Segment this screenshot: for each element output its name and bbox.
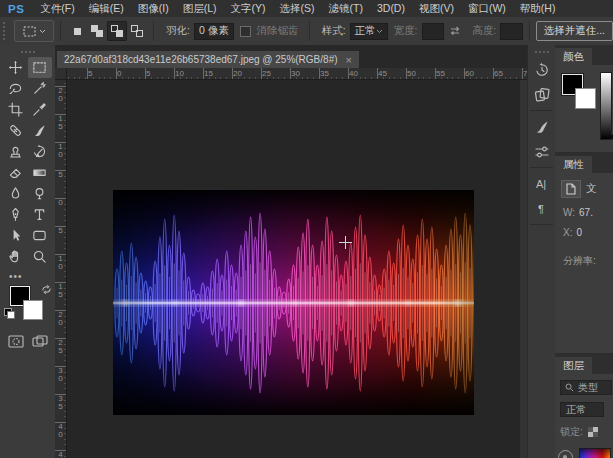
menu-item[interactable]: 帮助(H) — [513, 2, 563, 16]
h-ruler-labels: 50510152025303540455055606570 — [67, 68, 527, 79]
ruler-label: 25 — [57, 339, 65, 367]
ruler-label: 30 — [291, 68, 320, 79]
tool-pen[interactable] — [4, 204, 28, 225]
feather-input[interactable]: 0 像素 — [194, 23, 234, 40]
character-panel-icon[interactable]: A| — [528, 171, 555, 196]
tool-magic-wand[interactable] — [28, 78, 52, 99]
tool-blur[interactable] — [4, 183, 28, 204]
height-input[interactable] — [500, 23, 523, 40]
chevron-down-icon — [39, 29, 46, 34]
vertical-ruler[interactable]: 2015105051015202530354045 — [55, 80, 67, 458]
tool-spot-healing[interactable] — [4, 120, 28, 141]
tool-eyedropper[interactable] — [28, 99, 52, 120]
selection-mode-new-button[interactable] — [67, 21, 87, 41]
select-and-mask-button[interactable]: 选择并遮住... — [536, 21, 613, 41]
brightness-ramp[interactable] — [600, 72, 612, 140]
properties-panel: 文 W: 67. X: 0 分辨率: — [555, 173, 613, 353]
edit-toolbar-button[interactable]: ••• — [9, 271, 55, 282]
blend-mode-dropdown[interactable]: 正常 — [560, 402, 604, 417]
tool-preset-dropdown[interactable] — [14, 20, 54, 42]
layer-row[interactable] — [558, 448, 613, 458]
ruler-label: 20 — [57, 311, 65, 339]
swap-colors-button[interactable] — [41, 284, 52, 295]
layers-panel-tabs: 图层 — [555, 354, 613, 374]
tool-type[interactable] — [28, 204, 52, 225]
screen-mode-button[interactable] — [31, 334, 49, 348]
v-ruler-labels: 2015105051015202530354045 — [55, 80, 66, 458]
layer-filter-label: 类型 — [578, 381, 598, 395]
tool-brush[interactable] — [28, 120, 52, 141]
menu-item[interactable]: 视图(V) — [412, 2, 461, 16]
tool-lasso[interactable] — [4, 78, 28, 99]
quick-mask-button[interactable] — [7, 334, 25, 348]
brushes-panel-icon[interactable] — [528, 114, 555, 139]
tool-zoom[interactable] — [28, 246, 52, 267]
document-properties-icon[interactable] — [561, 180, 581, 198]
ruler-label: 5 — [146, 68, 175, 79]
ruler-label: 15 — [57, 115, 65, 143]
ps-logo[interactable]: PS — [8, 3, 24, 15]
tab-layers[interactable]: 图层 — [555, 357, 592, 374]
tool-dodge[interactable] — [28, 183, 52, 204]
paragraph-panel-icon[interactable]: ¶ — [528, 196, 555, 221]
tool-clone-stamp[interactable] — [4, 141, 28, 162]
tool-hand[interactable] — [4, 246, 28, 267]
history-panel-icon[interactable] — [528, 57, 555, 82]
lock-transparency-icon[interactable] — [588, 427, 598, 437]
selection-mode-subtract-button[interactable] — [107, 21, 127, 41]
antialias-label: 消除锯齿 — [257, 24, 299, 38]
tool-shape[interactable] — [28, 225, 52, 246]
tool-move[interactable] — [4, 57, 28, 78]
document-tab[interactable]: 22a67d0af318cd43e11e26b65738ed67.jpeg @ … — [57, 51, 359, 68]
tab-close-icon[interactable]: × — [346, 54, 352, 66]
tool-crop[interactable] — [4, 99, 28, 120]
menu-item[interactable]: 选择(S) — [273, 2, 322, 16]
selection-mode-add-button[interactable] — [87, 21, 107, 41]
width-input[interactable] — [422, 23, 445, 40]
menu-item[interactable]: 滤镜(T) — [322, 2, 370, 16]
document-area: 22a67d0af318cd43e11e26b65738ed67.jpeg @ … — [55, 45, 527, 458]
default-colors-button[interactable] — [4, 308, 15, 319]
canvas-viewport[interactable] — [67, 80, 527, 458]
canvas-image — [113, 190, 474, 415]
ruler-label: 0 — [117, 68, 146, 79]
clone-source-panel-icon[interactable] — [528, 82, 555, 107]
tool-rectangular-marquee[interactable] — [28, 57, 52, 78]
style-dropdown[interactable]: 正常 — [350, 23, 388, 40]
adjustments-panel-icon[interactable] — [528, 139, 555, 164]
menu-item[interactable]: 编辑(E) — [82, 2, 131, 16]
antialias-checkbox[interactable] — [240, 26, 251, 37]
options-bar: 羽化: 0 像素 消除锯齿 样式: 正常 宽度: 高度: 选择并遮住... — [0, 17, 613, 46]
ruler-label: 35 — [57, 395, 65, 423]
document-tab-bar: 22a67d0af318cd43e11e26b65738ed67.jpeg @ … — [55, 45, 527, 69]
tool-history-brush[interactable] — [28, 141, 52, 162]
tool-path-select[interactable] — [4, 225, 28, 246]
layer-filter-dropdown[interactable]: 类型 — [560, 380, 612, 395]
selection-mode-intersect-button[interactable] — [127, 21, 147, 41]
photoshop-window: PS 文件(F)编辑(E)图像(I)图层(L)文字(Y)选择(S)滤镜(T)3D… — [0, 0, 613, 458]
menu-item[interactable]: 图像(I) — [131, 2, 176, 16]
swap-dimensions-icon[interactable] — [448, 25, 462, 37]
menu-item[interactable]: 窗口(W) — [461, 2, 513, 16]
color-swatches — [6, 286, 50, 324]
menu-item[interactable]: 图层(L) — [176, 2, 224, 16]
layer-thumbnail[interactable] — [579, 448, 611, 458]
menu-item[interactable]: 3D(D) — [370, 2, 412, 16]
ruler-corner[interactable] — [55, 68, 67, 80]
menu-item[interactable]: 文件(F) — [33, 2, 81, 16]
width-property-value: 67. — [579, 207, 593, 218]
vertical-scrollbar[interactable] — [520, 80, 527, 458]
tool-dock: ••• — [0, 45, 56, 458]
tool-gradient[interactable] — [28, 162, 52, 183]
background-color-swatch[interactable] — [23, 300, 43, 320]
panel-background-swatch[interactable] — [575, 88, 596, 109]
tool-eraser[interactable] — [4, 162, 28, 183]
ruler-label: 50 — [407, 68, 436, 79]
menu-item[interactable]: 文字(Y) — [224, 2, 273, 16]
horizontal-ruler[interactable]: 50510152025303540455055606570 — [67, 68, 527, 80]
ruler-label: 35 — [320, 68, 349, 79]
layer-visibility-icon[interactable] — [558, 450, 573, 458]
tab-color[interactable]: 颜色 — [555, 48, 592, 65]
waveform-image — [113, 190, 474, 415]
tab-properties[interactable]: 属性 — [555, 156, 592, 173]
